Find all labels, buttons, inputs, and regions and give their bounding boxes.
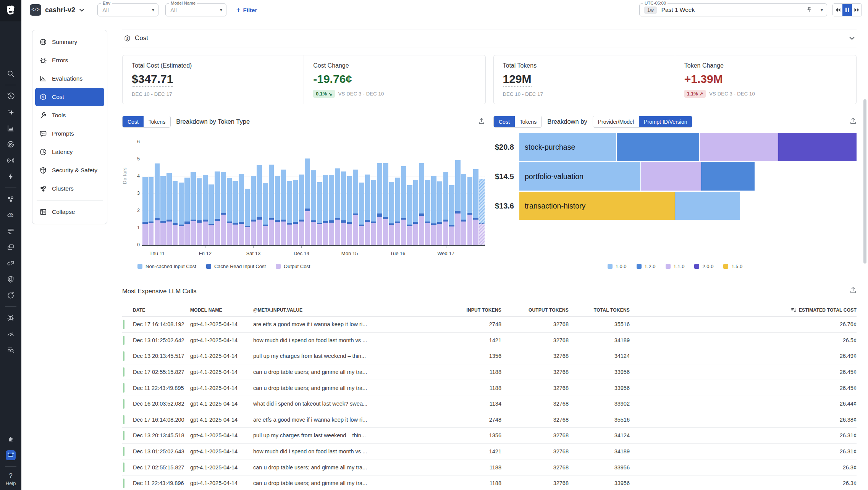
token-bar[interactable] [203,142,208,245]
token-bar[interactable] [353,142,358,245]
table-row[interactable]: Dec 17 02:55:15.827gpt-4.1-2025-04-14can… [122,364,857,380]
token-bar[interactable] [275,142,280,245]
token-bar[interactable] [425,142,430,245]
token-bar[interactable] [311,142,316,245]
sidebar-item-clusters[interactable]: Clusters [35,180,104,198]
sidebar-item-evaluations[interactable]: Evaluations [35,70,104,88]
breakdown-segment[interactable] [701,162,755,191]
toggle-prompt-id-version[interactable]: Prompt ID/Version [639,116,692,127]
token-bar[interactable] [389,142,394,245]
area-chart-icon[interactable] [4,122,17,135]
token-bar[interactable] [191,142,196,245]
token-bar[interactable] [317,142,322,245]
col-header-meta[interactable]: @META.INPUT.VALUE [253,307,433,313]
filter-lines-icon[interactable] [4,225,17,238]
token-bar[interactable] [166,142,171,245]
user-avatar[interactable] [4,449,17,462]
fast-forward-button[interactable] [852,4,862,16]
sidebar-item-tools[interactable]: Tools [35,106,104,125]
collapse-section-button[interactable] [849,35,855,42]
token-bar[interactable] [155,142,160,245]
search-icon[interactable] [4,67,17,80]
token-bar[interactable] [269,142,274,245]
token-bar[interactable] [371,142,376,245]
token-bar[interactable] [160,142,165,245]
scrollbar[interactable] [863,23,867,489]
legend-item[interactable]: 2.0.0 [694,264,713,269]
add-filter-button[interactable]: + Filter [236,6,257,14]
toggle-cost[interactable]: Cost [494,116,515,127]
token-bar[interactable] [323,142,328,245]
sidebar-collapse-button[interactable]: Collapse [35,203,104,221]
toggle-provider-model[interactable]: Provider/Model [593,116,639,127]
token-bar[interactable] [455,142,460,245]
token-bar[interactable] [341,142,346,245]
signal-broadcast-icon[interactable] [4,154,17,167]
legend-item[interactable]: Cache Read Input Cost [206,264,266,269]
token-bar[interactable] [359,142,364,245]
search-list-icon[interactable] [4,343,17,356]
token-bar[interactable] [431,142,436,245]
table-row[interactable]: Dec 11 22:43:49.895gpt-4.1-2025-04-14can… [122,380,857,396]
col-header-output-tokens[interactable]: OUTPUT TOKENS [501,307,569,313]
token-bar[interactable] [287,142,292,245]
token-bar[interactable] [401,142,406,245]
export-button[interactable] [850,118,857,126]
rewind-button[interactable] [833,4,842,16]
toggle-tokens[interactable]: Tokens [144,116,170,127]
link-icon[interactable] [4,257,17,270]
sparkles-icon[interactable] [4,106,17,119]
token-bar[interactable] [473,142,478,245]
sidebar-item-summary[interactable]: Summary [35,33,104,51]
table-row[interactable]: Dec 13 20:13:45.518gpt-4.1-2025-04-14pul… [122,428,857,444]
breakdown-bar[interactable]: transaction-history [519,192,740,220]
token-bar[interactable] [239,142,244,245]
bug-icon[interactable] [4,311,17,324]
cloud-dollar-icon[interactable]: $ [4,209,17,222]
token-bar[interactable] [197,142,202,245]
scrollbar-thumb[interactable] [863,99,866,264]
token-bar[interactable] [173,142,178,245]
time-range-selector[interactable]: UTC-05:00 1w Past 1 Week ▾ [639,3,827,16]
sidebar-item-cost[interactable]: $ Cost [35,88,104,106]
token-bar[interactable] [395,142,400,245]
breakdown-segment[interactable] [617,133,699,161]
token-bar[interactable] [479,142,484,245]
gauge-icon[interactable] [4,327,17,340]
legend-item[interactable]: Output Cost [276,264,310,269]
sidebar-item-security[interactable]: Security & Safety [35,161,104,180]
breakdown-segment[interactable] [675,192,740,220]
legend-item[interactable]: 1.0.0 [608,264,627,269]
token-bar[interactable] [347,142,352,245]
sidebar-item-prompts[interactable]: Prompts [35,125,104,143]
token-bar[interactable] [377,142,382,245]
token-bar[interactable] [449,142,454,245]
toggle-tokens[interactable]: Tokens [515,116,541,127]
breakdown-bar[interactable]: stock-purchase [519,133,857,161]
table-row[interactable]: Dec 16 20:03:52.082gpt-4.1-2025-04-14wha… [122,396,857,412]
col-header-input-tokens[interactable]: INPUT TOKENS [433,307,501,313]
table-row[interactable]: Dec 17 16:14:08.192gpt-4.1-2025-04-14are… [122,317,857,333]
table-row[interactable]: Dec 17 16:14:08.200gpt-4.1-2025-04-14are… [122,412,857,428]
token-bar[interactable] [419,142,424,245]
token-bar[interactable] [257,142,262,245]
token-bar[interactable] [209,142,213,245]
token-bar[interactable] [233,142,238,245]
token-bar[interactable] [299,142,304,245]
col-header-model[interactable]: MODEL NAME [190,307,253,313]
col-header-date[interactable]: DATE [133,307,190,313]
sidebar-item-latency[interactable]: Latency [35,143,104,161]
export-button[interactable] [478,118,485,126]
breakdown-segment[interactable] [778,133,857,161]
target-radar-icon[interactable] [4,138,17,151]
clusters-hexagons-icon[interactable] [4,192,17,205]
table-row[interactable]: Dec 13 01:25:02.643gpt-4.1-2025-04-14how… [122,444,857,460]
token-bar[interactable] [221,142,226,245]
datadog-logo[interactable] [0,0,21,21]
table-row[interactable]: Dec 13 20:13:45.517gpt-4.1-2025-04-14pul… [122,348,857,364]
windows-apps-icon[interactable] [4,241,17,254]
token-bar[interactable] [467,142,472,245]
toggle-cost[interactable]: Cost [123,116,144,127]
export-button[interactable] [850,287,857,295]
token-bar[interactable] [179,142,184,245]
